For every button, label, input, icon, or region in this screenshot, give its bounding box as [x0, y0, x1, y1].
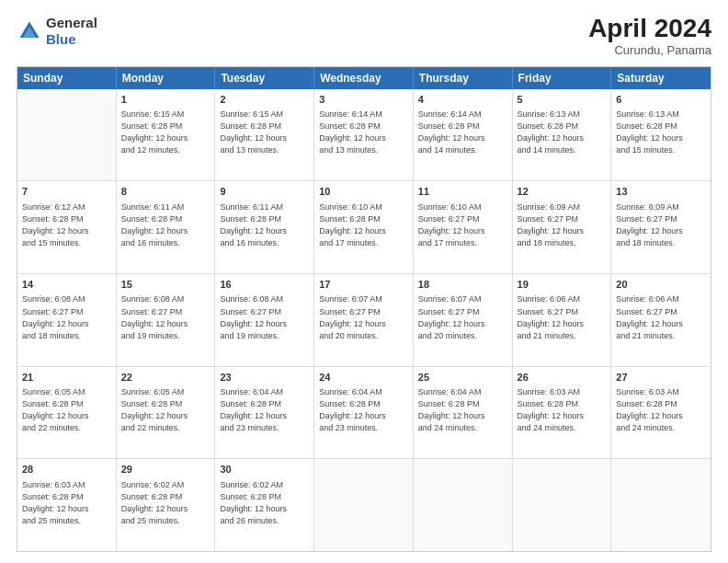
day-info: Sunrise: 6:11 AMSunset: 6:28 PMDaylight:…	[220, 201, 309, 249]
calendar-cell: 16Sunrise: 6:08 AMSunset: 6:27 PMDayligh…	[215, 274, 314, 366]
day-info: Sunrise: 6:09 AMSunset: 6:27 PMDaylight:…	[616, 201, 706, 249]
calendar-cell: 10Sunrise: 6:10 AMSunset: 6:28 PMDayligh…	[314, 181, 414, 273]
day-info: Sunrise: 6:07 AMSunset: 6:27 PMDaylight:…	[319, 293, 408, 341]
calendar-row-2: 14Sunrise: 6:08 AMSunset: 6:27 PMDayligh…	[17, 274, 711, 367]
calendar-cell: 14Sunrise: 6:08 AMSunset: 6:27 PMDayligh…	[17, 274, 117, 366]
calendar-cell: 26Sunrise: 6:03 AMSunset: 6:28 PMDayligh…	[513, 367, 612, 459]
day-number: 7	[22, 185, 111, 199]
day-number: 4	[418, 93, 507, 107]
calendar-cell: 30Sunrise: 6:02 AMSunset: 6:28 PMDayligh…	[215, 459, 314, 551]
calendar-cell: 12Sunrise: 6:09 AMSunset: 6:27 PMDayligh…	[513, 181, 612, 273]
day-number: 5	[518, 93, 607, 107]
day-number: 18	[418, 278, 507, 292]
day-info: Sunrise: 6:02 AMSunset: 6:28 PMDaylight:…	[220, 479, 309, 527]
day-number: 22	[121, 371, 210, 385]
day-info: Sunrise: 6:02 AMSunset: 6:28 PMDaylight:…	[121, 479, 210, 527]
day-info: Sunrise: 6:10 AMSunset: 6:27 PMDaylight:…	[418, 201, 507, 249]
calendar-body: 1Sunrise: 6:15 AMSunset: 6:28 PMDaylight…	[17, 89, 711, 551]
calendar-cell: 25Sunrise: 6:04 AMSunset: 6:28 PMDayligh…	[414, 367, 513, 459]
day-info: Sunrise: 6:03 AMSunset: 6:28 PMDaylight:…	[616, 386, 706, 434]
day-info: Sunrise: 6:07 AMSunset: 6:27 PMDaylight:…	[418, 293, 507, 341]
calendar-cell: 6Sunrise: 6:13 AMSunset: 6:28 PMDaylight…	[611, 89, 711, 181]
day-number: 9	[220, 185, 309, 199]
day-number: 1	[121, 93, 210, 107]
day-number: 21	[22, 371, 111, 385]
day-info: Sunrise: 6:14 AMSunset: 6:28 PMDaylight:…	[319, 109, 408, 156]
calendar-cell: 11Sunrise: 6:10 AMSunset: 6:27 PMDayligh…	[414, 181, 513, 273]
day-info: Sunrise: 6:08 AMSunset: 6:27 PMDaylight:…	[22, 293, 111, 341]
day-info: Sunrise: 6:04 AMSunset: 6:28 PMDaylight:…	[418, 386, 507, 434]
day-info: Sunrise: 6:13 AMSunset: 6:28 PMDaylight:…	[616, 109, 706, 156]
calendar-cell: 17Sunrise: 6:07 AMSunset: 6:27 PMDayligh…	[314, 274, 414, 366]
day-info: Sunrise: 6:06 AMSunset: 6:27 PMDaylight:…	[616, 293, 706, 341]
title-block: April 2024 Curundu, Panama	[588, 15, 711, 57]
day-info: Sunrise: 6:03 AMSunset: 6:28 PMDaylight:…	[518, 386, 607, 434]
calendar-cell: 7Sunrise: 6:12 AMSunset: 6:28 PMDaylight…	[17, 181, 117, 273]
calendar-cell: 5Sunrise: 6:13 AMSunset: 6:28 PMDaylight…	[513, 89, 612, 181]
day-info: Sunrise: 6:04 AMSunset: 6:28 PMDaylight:…	[220, 386, 309, 434]
day-number: 27	[616, 371, 706, 385]
day-number: 28	[22, 463, 111, 477]
day-number: 24	[319, 371, 408, 385]
calendar-cell	[414, 459, 513, 551]
subtitle: Curundu, Panama	[588, 43, 711, 57]
calendar-cell: 28Sunrise: 6:03 AMSunset: 6:28 PMDayligh…	[17, 459, 117, 551]
day-number: 30	[220, 463, 309, 477]
calendar-cell	[314, 459, 414, 551]
day-number: 13	[616, 185, 706, 199]
day-number: 3	[319, 93, 408, 107]
calendar-cell: 23Sunrise: 6:04 AMSunset: 6:28 PMDayligh…	[215, 367, 314, 459]
header-day-friday: Friday	[513, 67, 612, 89]
logo-general: General	[46, 15, 97, 30]
day-number: 26	[518, 371, 607, 385]
calendar-cell: 15Sunrise: 6:08 AMSunset: 6:27 PMDayligh…	[117, 274, 216, 366]
calendar-row-4: 28Sunrise: 6:03 AMSunset: 6:28 PMDayligh…	[17, 459, 711, 551]
day-number: 16	[220, 278, 309, 292]
calendar-cell: 21Sunrise: 6:05 AMSunset: 6:28 PMDayligh…	[17, 367, 117, 459]
day-info: Sunrise: 6:06 AMSunset: 6:27 PMDaylight:…	[518, 293, 607, 341]
day-info: Sunrise: 6:08 AMSunset: 6:27 PMDaylight:…	[121, 293, 210, 341]
day-number: 10	[319, 185, 408, 199]
calendar-cell: 22Sunrise: 6:05 AMSunset: 6:28 PMDayligh…	[117, 367, 216, 459]
day-number: 15	[121, 278, 210, 292]
day-number: 25	[418, 371, 507, 385]
day-number: 2	[220, 93, 309, 107]
calendar-cell: 20Sunrise: 6:06 AMSunset: 6:27 PMDayligh…	[611, 274, 711, 366]
header-day-sunday: Sunday	[17, 67, 117, 89]
day-number: 17	[319, 278, 408, 292]
day-info: Sunrise: 6:13 AMSunset: 6:28 PMDaylight:…	[518, 109, 607, 156]
day-info: Sunrise: 6:05 AMSunset: 6:28 PMDaylight:…	[22, 386, 111, 434]
calendar-cell: 18Sunrise: 6:07 AMSunset: 6:27 PMDayligh…	[414, 274, 513, 366]
day-info: Sunrise: 6:04 AMSunset: 6:28 PMDaylight:…	[319, 386, 408, 434]
calendar-cell: 8Sunrise: 6:11 AMSunset: 6:28 PMDaylight…	[117, 181, 216, 273]
header: General Blue April 2024 Curundu, Panama	[17, 15, 711, 57]
day-info: Sunrise: 6:09 AMSunset: 6:27 PMDaylight:…	[518, 201, 607, 249]
day-number: 20	[616, 278, 706, 292]
header-day-monday: Monday	[117, 67, 216, 89]
logo: General Blue	[17, 15, 97, 48]
day-number: 23	[220, 371, 309, 385]
logo-text: General Blue	[46, 15, 97, 48]
calendar-cell	[611, 459, 711, 551]
day-number: 29	[121, 463, 210, 477]
day-info: Sunrise: 6:11 AMSunset: 6:28 PMDaylight:…	[121, 201, 210, 249]
header-day-wednesday: Wednesday	[314, 67, 414, 89]
header-day-saturday: Saturday	[611, 67, 711, 89]
calendar-cell: 9Sunrise: 6:11 AMSunset: 6:28 PMDaylight…	[215, 181, 314, 273]
day-number: 14	[22, 278, 111, 292]
day-number: 8	[121, 185, 210, 199]
day-info: Sunrise: 6:15 AMSunset: 6:28 PMDaylight:…	[220, 109, 309, 156]
day-number: 12	[518, 185, 607, 199]
calendar-header: SundayMondayTuesdayWednesdayThursdayFrid…	[17, 67, 711, 89]
header-day-thursday: Thursday	[414, 67, 513, 89]
calendar-cell: 3Sunrise: 6:14 AMSunset: 6:28 PMDaylight…	[314, 89, 414, 181]
calendar-cell	[513, 459, 612, 551]
calendar-cell	[17, 89, 117, 181]
day-number: 6	[616, 93, 706, 107]
page: General Blue April 2024 Curundu, Panama …	[0, 0, 728, 563]
day-info: Sunrise: 6:12 AMSunset: 6:28 PMDaylight:…	[22, 201, 111, 249]
day-info: Sunrise: 6:05 AMSunset: 6:28 PMDaylight:…	[121, 386, 210, 434]
day-info: Sunrise: 6:14 AMSunset: 6:28 PMDaylight:…	[418, 109, 507, 156]
day-number: 19	[518, 278, 607, 292]
calendar-cell: 2Sunrise: 6:15 AMSunset: 6:28 PMDaylight…	[215, 89, 314, 181]
